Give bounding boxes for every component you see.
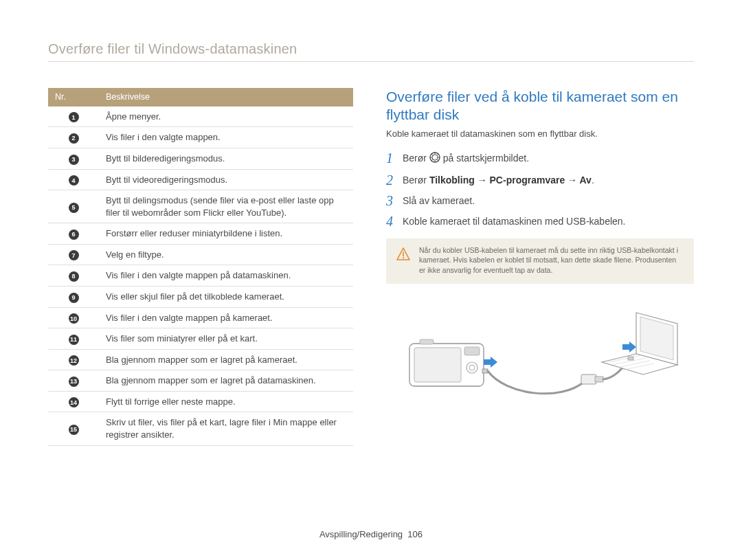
svg-line-8 [431, 159, 433, 161]
laptop-icon [602, 313, 677, 374]
row-number-icon: 3 [69, 155, 79, 165]
warning-icon [396, 247, 411, 265]
row-desc: Vis filer i den valgte mappen på kamerae… [99, 307, 353, 328]
page-header: Overføre filer til Windows-datamaskinen [48, 41, 694, 62]
table-row: 7Velg en filtype. [48, 244, 353, 265]
svg-line-9 [437, 153, 438, 155]
warning-text: Når du kobler USB-kabelen til kameraet m… [419, 245, 684, 276]
table-row: 12Bla gjennom mapper som er lagret på ka… [48, 349, 353, 370]
table-row: 10Vis filer i den valgte mappen på kamer… [48, 307, 353, 328]
row-desc: Flytt til forrige eller neste mappe. [99, 391, 353, 412]
step-text: Berør [403, 151, 529, 166]
step-number: 2 [386, 173, 397, 187]
row-number-icon: 15 [69, 425, 79, 435]
table-row: 13Bla gjennom mapper som er lagret på da… [48, 370, 353, 392]
svg-point-1 [432, 155, 438, 160]
table-row: 15Skriv ut filer, vis filer på et kart, … [48, 412, 353, 445]
table-row: 14Flytt til forrige eller neste mappe. [48, 391, 353, 412]
row-number-icon: 11 [69, 335, 79, 345]
connection-diagram [386, 299, 694, 416]
row-number-icon: 10 [69, 313, 79, 324]
warning-note: Når du kobler USB-kabelen til kameraet m… [386, 238, 694, 284]
row-number-icon: 13 [69, 377, 79, 387]
row-desc: Bla gjennom mapper som er lagret på data… [99, 370, 353, 392]
step-text: Berør Tilkobling → PC-programvare → Av. [403, 173, 594, 187]
row-number-icon: 2 [69, 133, 79, 144]
row-desc: Åpne menyer. [99, 107, 353, 127]
section-title: Overføre filer ved å koble til kameraet … [386, 88, 694, 124]
table-row: 6Forstørr eller reduser miniatyrbildene … [48, 223, 353, 245]
table-header-desc: Beskrivelse [99, 88, 353, 107]
table-row: 1Åpne menyer. [48, 107, 353, 127]
row-desc: Bytt til videoredigeringsmodus. [99, 169, 353, 190]
step-number: 3 [386, 194, 397, 208]
step-number: 4 [386, 214, 397, 228]
table-row: 11Vis filer som miniatyrer eller på et k… [48, 328, 353, 350]
table-row: 4Bytt til videoredigeringsmodus. [48, 169, 353, 190]
step-text: Slå av kameraet. [403, 194, 475, 208]
step-1: 1 Berør [386, 151, 694, 166]
description-table: Nr. Beskrivelse 1Åpne menyer. 2Vis filer… [48, 88, 353, 446]
row-desc: Vis filer i den valgte mappen. [99, 127, 353, 148]
row-desc: Vis filer i den valgte mappen på datamas… [99, 265, 353, 287]
svg-rect-21 [581, 374, 596, 384]
row-number-icon: 4 [69, 175, 79, 186]
row-desc: Forstørr eller reduser miniatyrbildene i… [99, 223, 353, 245]
row-desc: Velg en filtype. [99, 244, 353, 265]
step-3: 3 Slå av kameraet. [386, 194, 694, 208]
page-number: 106 [407, 529, 423, 539]
section-subtext: Koble kameraet til datamaskinen som en f… [386, 128, 694, 139]
svg-rect-16 [464, 347, 480, 355]
row-number-icon: 14 [69, 397, 79, 407]
settings-dial-icon [429, 152, 440, 166]
step-4: 4 Koble kameraet til datamaskinen med US… [386, 214, 694, 228]
table-row: 2Vis filer i den valgte mappen. [48, 127, 353, 148]
row-desc: Skriv ut filer, vis filer på et kart, la… [99, 412, 353, 445]
svg-line-6 [431, 153, 433, 155]
usb-cable-icon [488, 371, 585, 394]
step-2: 2 Berør Tilkobling → PC-programvare → Av… [386, 173, 694, 187]
arrow-icon [622, 341, 636, 352]
camera-icon [409, 339, 488, 386]
row-number-icon: 9 [69, 293, 79, 303]
table-row: 8Vis filer i den valgte mappen på datama… [48, 265, 353, 287]
table-row: 5Bytt til delingsmodus (sende filer via … [48, 190, 353, 223]
row-number-icon: 7 [69, 250, 79, 260]
row-desc: Bytt til bilderedigeringsmodus. [99, 148, 353, 170]
row-number-icon: 6 [69, 229, 79, 240]
step-text: Koble kameraet til datamaskinen med USB-… [403, 214, 626, 228]
footer-section: Avspilling/Redigering [319, 529, 403, 539]
row-number-icon: 12 [69, 355, 79, 366]
row-number-icon: 5 [69, 203, 79, 213]
page-footer: Avspilling/Redigering 106 [0, 529, 742, 539]
table-header-nr: Nr. [48, 88, 99, 107]
svg-line-7 [437, 159, 438, 161]
row-desc: Vis filer som miniatyrer eller på et kar… [99, 328, 353, 350]
svg-rect-15 [414, 348, 461, 382]
row-number-icon: 1 [69, 112, 79, 122]
table-row: 3Bytt til bilderedigeringsmodus. [48, 148, 353, 170]
row-desc: Vis eller skjul filer på det tilkoblede … [99, 287, 353, 308]
svg-rect-22 [595, 377, 603, 382]
svg-rect-30 [628, 357, 633, 360]
svg-rect-19 [420, 339, 434, 344]
row-desc: Bytt til delingsmodus (sende filer via e… [99, 190, 353, 223]
row-desc: Bla gjennom mapper som er lagret på kame… [99, 349, 353, 370]
usb-connector-icon [581, 374, 603, 384]
step-number: 1 [386, 151, 397, 165]
row-number-icon: 8 [69, 271, 79, 282]
arrow-icon [484, 357, 497, 368]
table-row: 9Vis eller skjul filer på det tilkoblede… [48, 287, 353, 308]
svg-point-12 [403, 257, 404, 258]
